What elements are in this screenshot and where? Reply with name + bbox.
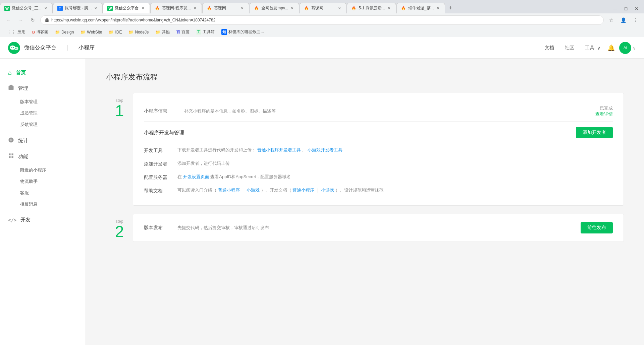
sidebar-item-dev[interactable]: </> 开发 bbox=[0, 213, 86, 227]
nav-tools-menu[interactable]: 工具 ∨ bbox=[585, 45, 600, 51]
tab-close-3[interactable]: ✕ bbox=[140, 6, 146, 11]
reload-button[interactable]: ↻ bbox=[28, 15, 38, 25]
tab-close-5[interactable]: ✕ bbox=[239, 6, 245, 11]
sidebar-item-home[interactable]: ⌂ 首页 bbox=[0, 65, 86, 80]
browser-tab-1[interactable]: W 微信公众号_三... ✕ bbox=[0, 3, 53, 13]
step2-num: 2 bbox=[115, 224, 124, 240]
normal-miniprogram-tools-link[interactable]: 普通小程序开发者工具 bbox=[257, 147, 301, 152]
tab-title-8: 5-1 腾讯云后... bbox=[359, 5, 385, 11]
help-docs-prefix: 可以阅读入门介绍（ bbox=[177, 188, 217, 193]
browser-tab-3[interactable]: W 微信公众平台 ✕ bbox=[103, 3, 150, 13]
devdoc-game-link[interactable]: 小游戏 bbox=[321, 188, 334, 193]
goto-publish-button[interactable]: 前往发布 bbox=[581, 222, 613, 233]
intro-game-link[interactable]: 小游戏 bbox=[247, 188, 260, 193]
add-developer-button[interactable]: 添加开发者 bbox=[576, 127, 613, 138]
dev-section-title: 小程序开发与管理 bbox=[144, 130, 184, 136]
tab-close-6[interactable]: ✕ bbox=[289, 6, 295, 11]
browser-tab-5[interactable]: 🔥 慕课网 ✕ bbox=[202, 3, 249, 13]
browser-tab-4[interactable]: 🔥 慕课网-程序员... ✕ bbox=[150, 3, 202, 13]
bookmark-design-label: Design bbox=[61, 30, 74, 34]
tab-favicon-6: 🔥 bbox=[254, 6, 259, 11]
browser-tab-8[interactable]: 🔥 5-1 腾讯云后... ✕ bbox=[347, 3, 396, 13]
view-detail-link[interactable]: 查看详情 bbox=[595, 112, 613, 117]
browser-tab-2[interactable]: T 账号绑定 - 腾... ✕ bbox=[53, 3, 103, 13]
tab-close-9[interactable]: ✕ bbox=[435, 6, 441, 11]
nav-community-link[interactable]: 社区 bbox=[565, 45, 574, 51]
sidebar-item-nearby[interactable]: 附近的小程序 bbox=[20, 164, 86, 176]
info-value: 补充小程序的基本信息，如名称、图标、描述等 bbox=[184, 108, 595, 114]
tab-close-7[interactable]: ✕ bbox=[337, 6, 342, 11]
tab-title-3: 微信公众平台 bbox=[115, 5, 139, 11]
bookmark-website[interactable]: 📁 WebSite bbox=[78, 29, 105, 35]
zhihu-icon: 知 bbox=[221, 29, 227, 35]
tab-close-8[interactable]: ✕ bbox=[386, 6, 392, 11]
address-bar[interactable]: https://mp.weixin.qq.com/wxopen/initprof… bbox=[40, 15, 604, 25]
sidebar-item-management[interactable]: 管理 bbox=[0, 80, 86, 96]
browser-tab-9[interactable]: 🔥 蜗牛老湿_慕... ✕ bbox=[396, 3, 445, 13]
sidebar-item-logistics[interactable]: 物流助手 bbox=[20, 176, 86, 187]
blog-icon: B bbox=[32, 30, 35, 34]
bookmark-design[interactable]: 📁 Design bbox=[52, 29, 76, 35]
bookmark-apps-label: 应用 bbox=[17, 29, 25, 35]
forward-button[interactable]: → bbox=[16, 15, 25, 25]
new-tab-button[interactable]: + bbox=[445, 3, 456, 13]
tab-close-2[interactable]: ✕ bbox=[93, 6, 98, 11]
step2-row: 版本发布 先提交代码，然后提交审核，审核通过后可发布 前往发布 bbox=[144, 222, 613, 233]
lock-icon bbox=[45, 18, 49, 22]
baidu-icon: 百 bbox=[176, 29, 180, 34]
extensions-icon[interactable]: ⋮ bbox=[631, 15, 640, 25]
sidebar-item-function[interactable]: 功能 bbox=[0, 149, 86, 164]
bookmark-zhihu[interactable]: 知 林俊杰的哪些歌曲... bbox=[219, 28, 267, 36]
bookmark-nodejs[interactable]: 📁 NodeJs bbox=[126, 29, 151, 35]
browser-tabs: W 微信公众号_三... ✕ T 账号绑定 - 腾... ✕ W 微信公众平台 … bbox=[0, 0, 644, 13]
intro-normal-link[interactable]: 普通小程序 bbox=[218, 188, 240, 193]
avatar[interactable]: Ai bbox=[619, 42, 631, 54]
minimize-button[interactable]: ─ bbox=[610, 4, 620, 13]
step1-block: step 1 小程序信息 补充小程序的基本信息，如名称、图标、描述等 已完成 查… bbox=[106, 93, 624, 206]
apps-icon: ⋮⋮ bbox=[7, 29, 16, 35]
bookmark-other[interactable]: 📁 其他 bbox=[153, 28, 172, 36]
wechat-logo-icon bbox=[8, 42, 20, 54]
tab-close-1[interactable]: ✕ bbox=[43, 6, 48, 11]
design-folder-icon: 📁 bbox=[55, 30, 60, 34]
notification-bell-icon[interactable]: 🔔 bbox=[606, 43, 616, 53]
game-dev-tools-link[interactable]: 小游戏开发者工具 bbox=[308, 147, 342, 152]
svg-rect-8 bbox=[12, 153, 13, 155]
sidebar-item-template-msg[interactable]: 模板消息 bbox=[20, 199, 86, 210]
sidebar-stats-label: 统计 bbox=[18, 138, 28, 144]
devdoc-normal-link[interactable]: 普通小程序 bbox=[292, 188, 314, 193]
bookmark-ide[interactable]: 📁 IDE bbox=[106, 29, 124, 35]
user-account-icon[interactable]: 👤 bbox=[619, 15, 628, 25]
sidebar-item-version-mgmt[interactable]: 版本管理 bbox=[20, 96, 86, 108]
avatar-dropdown-icon[interactable]: ∨ bbox=[633, 45, 636, 51]
sidebar-item-stats[interactable]: 统计 bbox=[0, 133, 86, 149]
svg-point-5 bbox=[15, 48, 16, 49]
sidebar-management-label: 管理 bbox=[18, 85, 28, 91]
back-button[interactable]: ← bbox=[4, 15, 13, 25]
avatar-text: Ai bbox=[624, 46, 627, 50]
sidebar-item-feedback-mgmt[interactable]: 反馈管理 bbox=[20, 119, 86, 130]
config-server-label: 配置服务器 bbox=[144, 174, 177, 181]
svg-rect-10 bbox=[12, 156, 13, 158]
bookmark-baidu[interactable]: 百 百度 bbox=[174, 28, 192, 36]
tab-close-4[interactable]: ✕ bbox=[192, 6, 198, 11]
dev-settings-link[interactable]: 开发设置页面 bbox=[183, 174, 209, 179]
step1-number-col: step 1 bbox=[106, 93, 133, 206]
bookmark-blog[interactable]: B 博客园 bbox=[30, 28, 51, 36]
sidebar-item-customer-service[interactable]: 客服 bbox=[20, 187, 86, 199]
close-button[interactable]: ✕ bbox=[632, 4, 641, 13]
svg-point-6 bbox=[16, 48, 17, 49]
tools-arrow-icon: ∨ bbox=[597, 45, 600, 51]
bookmark-star-icon[interactable]: ☆ bbox=[606, 15, 616, 25]
browser-tab-7[interactable]: 🔥 慕课网 ✕ bbox=[300, 3, 346, 13]
dev-icon: </> bbox=[8, 217, 16, 223]
bookmark-nodejs-label: NodeJs bbox=[135, 30, 149, 34]
maximize-button[interactable]: □ bbox=[621, 4, 631, 13]
top-nav: 微信公众平台 丨 小程序 文档 社区 工具 ∨ 🔔 Ai ∨ bbox=[0, 37, 644, 59]
bookmark-apps[interactable]: ⋮⋮ 应用 bbox=[4, 28, 28, 36]
bookmark-toolbox[interactable]: 工 工具箱 bbox=[194, 28, 217, 36]
nav-docs-link[interactable]: 文档 bbox=[545, 45, 554, 51]
tools-label: 工具 bbox=[585, 45, 594, 51]
sidebar-item-member-mgmt[interactable]: 成员管理 bbox=[20, 108, 86, 119]
browser-tab-6[interactable]: 🔥 全网首发mpv... ✕ bbox=[250, 3, 299, 13]
